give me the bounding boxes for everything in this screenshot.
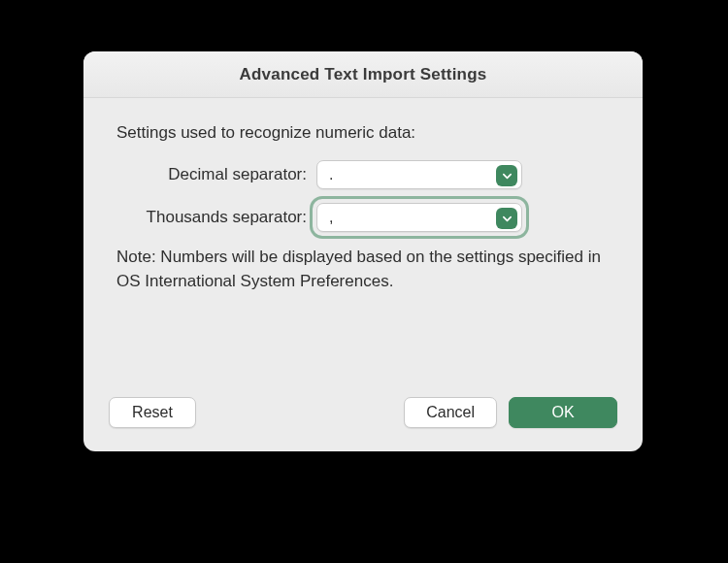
decimal-separator-row: Decimal separator: . (116, 160, 610, 189)
dialog-title: Advanced Text Import Settings (240, 65, 487, 84)
chevron-down-icon (496, 208, 517, 229)
decimal-separator-select[interactable]: . (316, 160, 522, 189)
thousands-separator-value: , (329, 209, 333, 226)
intro-text: Settings used to recognize numeric data: (116, 123, 610, 143)
ok-button[interactable]: OK (509, 397, 617, 428)
thousands-separator-row: Thousands separator: , (116, 203, 610, 232)
decimal-separator-label: Decimal separator: (116, 165, 316, 184)
reset-button[interactable]: Reset (109, 397, 196, 428)
advanced-text-import-dialog: Advanced Text Import Settings Settings u… (83, 51, 643, 451)
thousands-separator-select[interactable]: , (316, 203, 522, 232)
thousands-separator-label: Thousands separator: (116, 208, 316, 227)
dialog-titlebar: Advanced Text Import Settings (83, 51, 643, 98)
decimal-separator-value: . (329, 166, 333, 183)
decimal-separator-select-wrap: . (316, 160, 522, 189)
thousands-separator-select-wrap: , (316, 203, 522, 232)
note-text: Note: Numbers will be displayed based on… (116, 246, 610, 293)
dialog-footer: Reset Cancel OK (83, 397, 643, 451)
dialog-body: Settings used to recognize numeric data:… (83, 98, 643, 397)
chevron-down-icon (496, 165, 517, 186)
cancel-button[interactable]: Cancel (404, 397, 497, 428)
